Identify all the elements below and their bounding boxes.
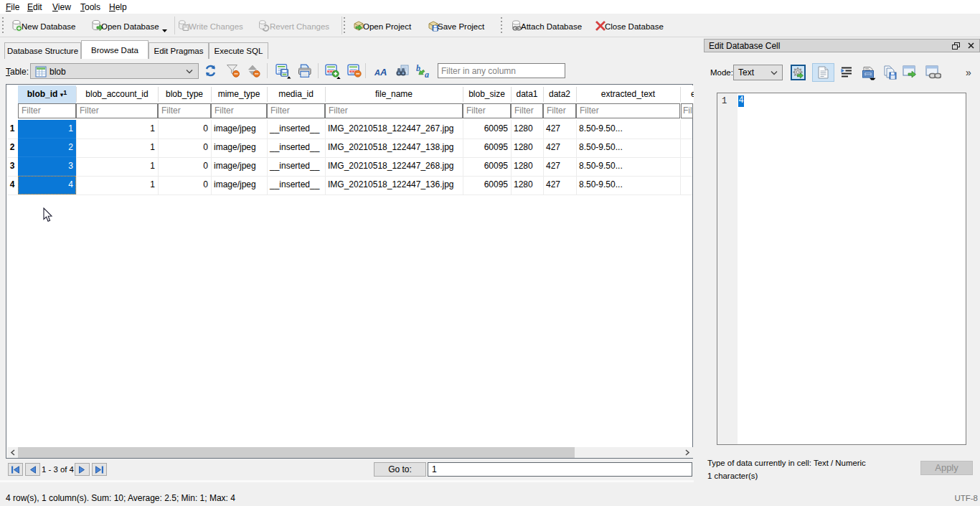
svg-text:a: a bbox=[425, 70, 429, 78]
